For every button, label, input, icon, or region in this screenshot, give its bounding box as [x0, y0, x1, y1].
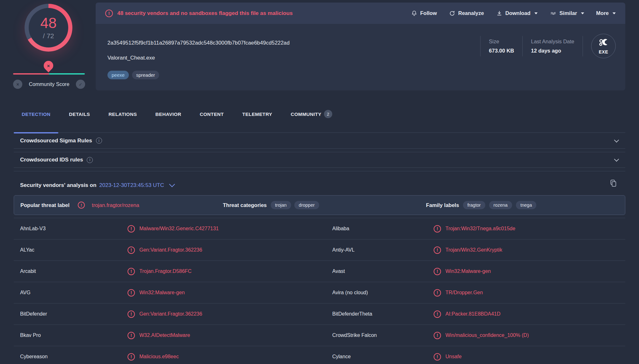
- tab-item[interactable]: BEHAVIOR: [147, 109, 189, 119]
- alert-icon: !: [128, 289, 135, 296]
- alert-icon: !: [128, 225, 135, 232]
- vendor-name: Arcabit: [14, 268, 128, 274]
- last-analysis-value: 12 days ago: [531, 48, 574, 54]
- chevron-down-icon[interactable]: [614, 138, 619, 143]
- detection-result: ! W32.AIDetectMalware: [128, 332, 326, 339]
- vendor-name: BitDefender: [14, 311, 128, 317]
- tab-item[interactable]: DETAILS: [61, 109, 98, 119]
- community-marker-icon: ×: [42, 59, 55, 72]
- detection-result: ! TR/Dropper.Gen: [434, 289, 625, 296]
- file-card: ! 48 security vendors and no sandboxes f…: [96, 3, 625, 90]
- family-label-pill[interactable]: rozena: [489, 201, 512, 209]
- family-labels-label: Family labels: [426, 202, 459, 208]
- vendor-name: ALYac: [14, 247, 128, 253]
- score-denominator: / 72: [43, 32, 54, 40]
- copy-button[interactable]: [609, 179, 618, 189]
- section-row[interactable]: Crowdsourced Sigma Rules i: [14, 133, 625, 149]
- similar-button[interactable]: Similar: [550, 10, 584, 17]
- detection-result: ! Trojan/Win32.GenKryptik: [434, 246, 625, 254]
- tab-item[interactable]: RELATIONS: [100, 109, 145, 119]
- tab-item[interactable]: DETECTION: [14, 109, 58, 119]
- section-row[interactable]: Crowdsourced IDS rules i: [14, 152, 625, 168]
- popular-threat-value: trojan.fragtor/rozena: [92, 202, 139, 208]
- info-icon[interactable]: i: [96, 138, 102, 144]
- community-score-row: × Community Score ✓: [13, 80, 85, 89]
- detection-result: ! Gen:Variant.Fragtor.362236: [128, 310, 326, 318]
- file-meta: Size 673.00 KB Last Analysis Date 12 day…: [480, 34, 616, 58]
- tag-peexe[interactable]: peexe: [107, 71, 129, 79]
- analysis-title: Security vendors' analysis on: [20, 182, 96, 189]
- threat-category-pill[interactable]: dropper: [294, 201, 319, 209]
- header-area: 48 / 72 × × Community Score ✓ ! 48 secur…: [0, 0, 639, 96]
- chevron-down-icon[interactable]: [614, 157, 619, 162]
- alert-icon: !: [434, 289, 441, 296]
- family-label-pill[interactable]: tnega: [516, 201, 536, 209]
- community-score-label: Community Score: [29, 82, 69, 87]
- download-button[interactable]: Download: [496, 10, 538, 17]
- detection-result: ! Malware/Win32.Generic.C4277131: [128, 225, 326, 232]
- table-row: AhnLab-V3 ! Malware/Win32.Generic.C42771…: [14, 218, 625, 239]
- check-icon: ✓: [79, 82, 83, 87]
- chevron-down-icon[interactable]: [169, 181, 175, 187]
- upvote-button[interactable]: ✓: [76, 80, 85, 89]
- vendor-name: AhnLab-V3: [14, 226, 128, 232]
- similar-icon: [550, 10, 557, 17]
- alert-icon: !: [78, 202, 85, 209]
- caret-down-icon: [613, 12, 616, 14]
- more-button[interactable]: More: [596, 10, 616, 16]
- refresh-icon: [449, 10, 455, 17]
- divider: [480, 36, 481, 56]
- vendor-name: Avast: [326, 268, 434, 274]
- vendor-name: Cybereason: [14, 354, 128, 360]
- tag-spreader[interactable]: spreader: [132, 71, 159, 79]
- community-score-bar: [13, 73, 85, 75]
- detection-result: ! Malicious.e98eec: [128, 353, 326, 360]
- size-stat: Size 673.00 KB: [489, 39, 514, 54]
- tab-bar: DETECTION DETAILS RELATIONS BEHAVIOR CON…: [14, 103, 625, 133]
- detection-result: ! Unsafe: [434, 353, 625, 360]
- tab-item[interactable]: TELEMETRY: [234, 109, 280, 119]
- vendor-name: AVG: [14, 290, 128, 296]
- detection-result: ! Gen:Variant.Fragtor.362236: [128, 246, 326, 254]
- tab-item[interactable]: CONTENT: [192, 109, 232, 119]
- last-analysis-label: Last Analysis Date: [531, 39, 574, 45]
- threat-categories-group: Threat categories trojandropper: [223, 201, 319, 209]
- detection-result: ! Win32:Malware-gen: [434, 268, 625, 275]
- family-label-pills: fragtorrozenatnega: [463, 201, 537, 209]
- tag-row: peexe spreader: [96, 61, 625, 79]
- detection-page: 48 / 72 × × Community Score ✓ ! 48 secur…: [0, 0, 639, 364]
- vendor-name: Avira (no cloud): [326, 290, 434, 296]
- alert-message: 48 security vendors and no sandboxes fla…: [117, 10, 293, 17]
- alert-icon: !: [128, 310, 135, 318]
- threat-categories-label: Threat categories: [223, 202, 267, 208]
- detection-result: ! Trojan:Win32/Tnega.a9c015de: [434, 225, 625, 232]
- alert-icon: !: [128, 332, 135, 339]
- alert-icon: !: [434, 246, 441, 254]
- divider: [583, 36, 583, 56]
- info-icon[interactable]: i: [87, 157, 93, 163]
- threat-category-pill[interactable]: trojan: [271, 201, 291, 209]
- vendor-name: BitDefenderTheta: [326, 311, 434, 317]
- alert-icon: !: [434, 225, 441, 232]
- size-value: 673.00 KB: [489, 48, 514, 54]
- reanalyze-button[interactable]: Reanalyze: [449, 10, 484, 17]
- analysis-date-link[interactable]: 2023-12-30T23:45:53 UTC: [99, 182, 164, 189]
- x-icon: ×: [16, 82, 19, 87]
- family-label-pill[interactable]: fragtor: [463, 201, 485, 209]
- score-gauge: 48 / 72: [25, 4, 72, 52]
- alert-icon: !: [434, 268, 441, 275]
- bell-icon: [411, 10, 417, 17]
- threat-summary-bar: Popular threat label ! trojan.fragtor/ro…: [14, 195, 625, 215]
- downvote-button[interactable]: ×: [13, 80, 22, 89]
- section-title: Crowdsourced Sigma Rules: [20, 138, 92, 144]
- last-analysis-stat: Last Analysis Date 12 days ago: [531, 39, 574, 54]
- follow-button[interactable]: Follow: [411, 10, 437, 17]
- size-label: Size: [489, 39, 514, 45]
- vendor-name: CrowdStrike Falcon: [326, 332, 434, 338]
- toolbar: Follow Reanalyze Download: [411, 10, 616, 17]
- popular-threat-label: Popular threat label: [20, 202, 70, 208]
- alert-icon: !: [105, 10, 113, 17]
- detection-result: ! Trojan.Fragtor.D586FC: [128, 268, 326, 275]
- vendor-name: Alibaba: [326, 226, 434, 232]
- tab-item[interactable]: COMMUNITY 2: [283, 109, 340, 119]
